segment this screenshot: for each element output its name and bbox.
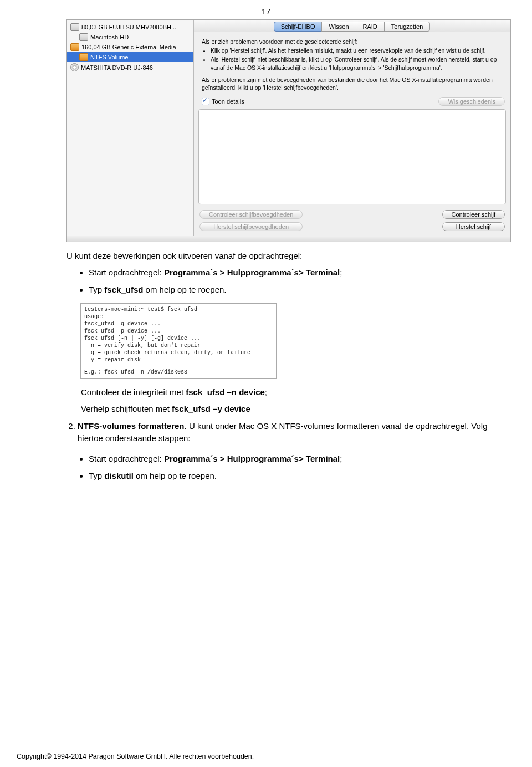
tab-raid[interactable]: RAID	[356, 22, 385, 32]
sidebar-item-label: NTFS Volume	[90, 54, 128, 60]
volume-icon	[79, 33, 88, 41]
sidebar-item-disk0[interactable]: 80,03 GB FUJITSU MHV2080BH...	[67, 22, 193, 32]
tab-schijf-ehbo[interactable]: Schijf-EHBO	[274, 22, 323, 32]
controleer-bevoegdheden-button[interactable]: Controleer schijfbevoegdheden	[200, 210, 303, 219]
sidebar-item-label: MATSHITA DVD-R UJ-846	[81, 64, 153, 71]
numbered-list: NTFS-volumes formatteren. U kunt onder M…	[78, 420, 499, 445]
list-item: Typ fsck_ufsd om help op te roepen.	[89, 284, 499, 295]
du-intro: Als er zich problemen voordoen met de ge…	[202, 38, 503, 45]
du-bullet: Klik op 'Herstel schijf'. Als het herste…	[211, 47, 503, 54]
toon-details-label: Toon details	[212, 98, 244, 105]
sidebar-item-optical[interactable]: MATSHITA DVD-R UJ-846	[67, 62, 193, 73]
list-item: Typ diskutil om help op te roepen.	[89, 470, 499, 482]
repair-errors-line: Verhelp schijffouten met fsck_ufsd –y de…	[81, 403, 499, 416]
optical-drive-icon	[70, 63, 79, 71]
list-item: NTFS-volumes formatteren. U kunt onder M…	[78, 420, 499, 445]
terminal-output: testers-moc-mini:~ test$ fsck_ufsd usage…	[80, 303, 277, 379]
toon-details-checkbox[interactable]: Toon details	[202, 98, 244, 105]
terminal-screenshot: testers-moc-mini:~ test$ fsck_ufsd usage…	[80, 303, 499, 379]
page-number: 17	[0, 0, 532, 19]
sidebar-item-label: 160,04 GB Generic External Media	[81, 44, 176, 50]
sidebar-item-label: 80,03 GB FUJITSU MHV2080BH...	[81, 24, 176, 30]
tab-wissen[interactable]: Wissen	[321, 22, 356, 32]
sidebar-item-ntfs-volume[interactable]: NTFS Volume	[67, 52, 193, 62]
herstel-schijf-button[interactable]: Herstel schijf	[442, 222, 505, 231]
sidebar-item-label: Macintosh HD	[90, 34, 129, 40]
check-integrity-line: Controleer de integriteit met fsck_ufsd …	[81, 386, 499, 399]
du-instructions: Als er zich problemen voordoen met de ge…	[194, 32, 510, 96]
wis-geschiedenis-button[interactable]: Wis geschiedenis	[438, 97, 505, 106]
external-drive-icon	[70, 43, 79, 51]
du-footer-bar	[67, 236, 510, 242]
volume-icon	[79, 53, 88, 61]
sidebar-item-macintosh-hd[interactable]: Macintosh HD	[67, 32, 193, 42]
intro-text: U kunt deze bewerkingen ook uitvoeren va…	[66, 250, 499, 262]
du-log-area	[198, 109, 506, 204]
list-item: Start opdrachtregel: Programma´s > Hulpp…	[89, 453, 499, 464]
du-bullet: Als 'Herstel schijf' niet beschikbaar is…	[211, 55, 503, 71]
bullet-list-1: Start opdrachtregel: Programma´s > Hulpp…	[89, 267, 499, 295]
bullet-list-2: Start opdrachtregel: Programma´s > Hulpp…	[89, 453, 499, 482]
du-tabs: Schijf-EHBO Wissen RAID Terugzetten	[194, 20, 510, 32]
disk-utility-screenshot: 80,03 GB FUJITSU MHV2080BH... Macintosh …	[66, 19, 499, 242]
drive-icon	[70, 23, 79, 31]
list-item: Start opdrachtregel: Programma´s > Hulpp…	[89, 267, 499, 278]
herstel-bevoegdheden-button[interactable]: Herstel schijfbevoegdheden	[200, 222, 303, 231]
checkbox-icon	[202, 98, 209, 105]
du-perm-text: Als er problemen zijn met de bevoegdhede…	[202, 76, 503, 91]
tab-terugzetten[interactable]: Terugzetten	[384, 22, 430, 32]
controleer-schijf-button[interactable]: Controleer schijf	[442, 210, 505, 219]
du-sidebar: 80,03 GB FUJITSU MHV2080BH... Macintosh …	[67, 20, 194, 236]
sidebar-item-external[interactable]: 160,04 GB Generic External Media	[67, 42, 193, 52]
